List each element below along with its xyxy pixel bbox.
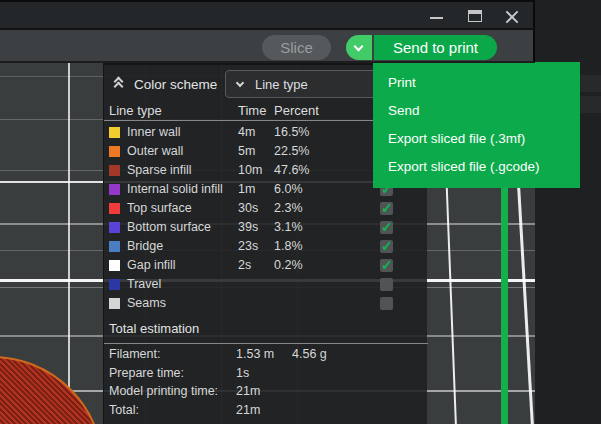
color-swatch bbox=[109, 184, 120, 195]
row-label: Outer wall bbox=[127, 142, 183, 161]
column-header-percent: Percent bbox=[274, 103, 319, 119]
minimize-button[interactable] bbox=[421, 2, 451, 30]
total-row: Model printing time: 21m bbox=[104, 382, 428, 401]
row-label: Seams bbox=[127, 294, 166, 313]
legend-row: Bridge 23s 1.8% bbox=[104, 237, 428, 256]
right-strip-row bbox=[578, 75, 601, 92]
send-options-arrow-button[interactable] bbox=[346, 35, 372, 60]
color-swatch bbox=[109, 260, 120, 271]
legend-row: Gap infill 2s 0.2% bbox=[104, 256, 428, 275]
row-time: 10m bbox=[238, 161, 262, 180]
row-time: 23s bbox=[238, 237, 258, 256]
row-label: Inner wall bbox=[127, 123, 181, 142]
total-label: Total: bbox=[109, 401, 139, 420]
close-button[interactable] bbox=[496, 2, 526, 30]
total-row: Prepare time: 1s bbox=[104, 364, 428, 383]
row-time: 2s bbox=[238, 256, 251, 275]
row-percent: 3.1% bbox=[274, 218, 303, 237]
color-swatch bbox=[109, 165, 120, 176]
total-value: 21m bbox=[236, 382, 260, 401]
row-time: 30s bbox=[238, 199, 258, 218]
color-swatch bbox=[109, 241, 120, 252]
color-swatch bbox=[109, 127, 120, 138]
color-swatch bbox=[109, 298, 120, 309]
slicer-window: Color scheme Line type Line type Time Pe… bbox=[0, 0, 601, 424]
legend-row: Seams bbox=[104, 294, 428, 313]
column-header-time: Time bbox=[238, 103, 266, 119]
chevron-down-icon bbox=[354, 42, 364, 52]
slice-button[interactable]: Slice bbox=[262, 35, 331, 60]
total-value-2: 4.56 g bbox=[292, 345, 327, 364]
total-value: 1s bbox=[236, 364, 249, 383]
total-estimation-title: Total estimation bbox=[109, 321, 199, 336]
total-label: Prepare time: bbox=[109, 364, 184, 383]
maximize-button[interactable] bbox=[459, 2, 489, 30]
row-percent: 47.6% bbox=[274, 161, 309, 180]
menu-item-print[interactable]: Print bbox=[373, 69, 580, 97]
menu-item-send[interactable]: Send bbox=[373, 97, 580, 125]
send-to-print-menu: Print Send Export sliced file (.3mf) Exp… bbox=[373, 62, 580, 188]
row-percent: 0.2% bbox=[274, 256, 303, 275]
legend-row: Top surface 30s 2.3% bbox=[104, 199, 428, 218]
collapse-panel-icon[interactable] bbox=[112, 78, 126, 92]
row-label: Bridge bbox=[127, 237, 163, 256]
total-value: 1.53 m bbox=[236, 345, 274, 364]
row-percent: 6.0% bbox=[274, 180, 303, 199]
row-label: Gap infill bbox=[127, 256, 176, 275]
send-to-print-button[interactable]: Send to print bbox=[374, 35, 497, 60]
visibility-checkbox[interactable] bbox=[380, 202, 393, 215]
row-percent: 2.3% bbox=[274, 199, 303, 218]
panel-title: Color scheme bbox=[134, 77, 217, 92]
column-header-line-type: Line type bbox=[109, 103, 162, 119]
visibility-checkbox[interactable] bbox=[380, 240, 393, 253]
visibility-checkbox[interactable] bbox=[380, 259, 393, 272]
divider bbox=[104, 343, 428, 344]
color-swatch bbox=[109, 146, 120, 157]
row-time: 39s bbox=[238, 218, 258, 237]
row-label: Internal solid infill bbox=[127, 180, 223, 199]
row-label: Sparse infill bbox=[127, 161, 192, 180]
title-bar bbox=[0, 0, 535, 30]
visibility-checkbox[interactable] bbox=[380, 221, 393, 234]
row-time: 1m bbox=[238, 180, 255, 199]
menu-item-export-3mf[interactable]: Export sliced file (.3mf) bbox=[373, 125, 580, 153]
row-label: Bottom surface bbox=[127, 218, 211, 237]
color-swatch bbox=[109, 203, 120, 214]
legend-row: Bottom surface 39s 3.1% bbox=[104, 218, 428, 237]
visibility-checkbox[interactable] bbox=[380, 297, 393, 310]
row-percent: 22.5% bbox=[274, 142, 309, 161]
row-label: Top surface bbox=[127, 199, 192, 218]
total-label: Model printing time: bbox=[109, 382, 218, 401]
right-strip-row bbox=[578, 96, 601, 113]
row-percent: 16.5% bbox=[274, 123, 309, 142]
maximize-icon bbox=[468, 10, 482, 22]
legend-row: Travel bbox=[104, 275, 428, 294]
visibility-checkbox[interactable] bbox=[380, 278, 393, 291]
row-percent: 1.8% bbox=[274, 237, 303, 256]
minimize-icon bbox=[430, 17, 443, 19]
color-swatch bbox=[109, 279, 120, 290]
menu-item-export-gcode[interactable]: Export sliced file (.gcode) bbox=[373, 153, 580, 181]
color-swatch bbox=[109, 222, 120, 233]
chevron-down-icon bbox=[236, 79, 244, 87]
total-label: Filament: bbox=[109, 345, 160, 364]
row-time: 4m bbox=[238, 123, 255, 142]
total-row: Total: 21m bbox=[104, 401, 428, 420]
row-time: 5m bbox=[238, 142, 255, 161]
row-label: Travel bbox=[127, 275, 161, 294]
total-row: Filament: 1.53 m 4.56 g bbox=[104, 345, 428, 364]
grid-line bbox=[68, 63, 70, 424]
toolbar: Slice Send to print bbox=[0, 30, 535, 63]
view-mode-value: Line type bbox=[255, 77, 308, 92]
total-value: 21m bbox=[236, 401, 260, 420]
